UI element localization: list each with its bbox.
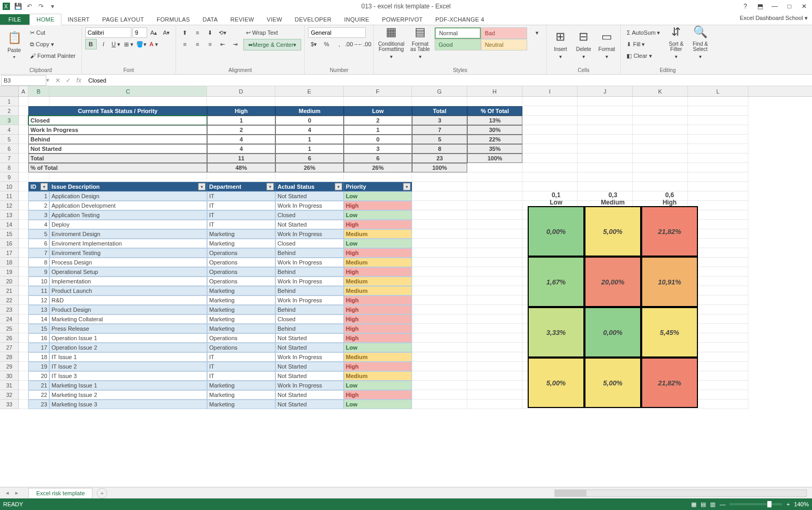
cell[interactable]: ID▾ [28, 182, 49, 191]
cell[interactable] [633, 97, 688, 106]
cell[interactable]: Low [344, 106, 412, 116]
cell[interactable] [412, 343, 467, 352]
zoom-in-icon[interactable]: + [786, 501, 789, 507]
cell[interactable]: IT Issue 3 [49, 371, 207, 381]
percent-button[interactable]: % [321, 39, 332, 49]
underline-button[interactable]: U ▾ [110, 39, 122, 49]
cell[interactable] [633, 135, 688, 144]
cell[interactable]: 7 [412, 125, 467, 135]
cancel-formula-icon[interactable]: ✕ [53, 75, 63, 86]
font-size-input[interactable] [132, 27, 147, 38]
col-header-G[interactable]: G [412, 86, 467, 96]
cell[interactable] [467, 371, 522, 381]
cell[interactable]: IT [207, 191, 275, 201]
cell[interactable]: Not Started [275, 220, 344, 229]
cell[interactable] [633, 172, 688, 182]
find-select-button[interactable]: 🔍Find & Select▾ [689, 27, 711, 60]
cell[interactable] [522, 144, 578, 154]
cell[interactable] [19, 277, 28, 286]
cell[interactable] [467, 390, 522, 400]
tab-view[interactable]: VIEW [261, 14, 289, 25]
cell[interactable] [412, 352, 467, 362]
cell[interactable]: Closed [28, 116, 207, 125]
cell[interactable]: 100% [467, 154, 522, 163]
cell[interactable]: IT [207, 220, 275, 229]
cell[interactable] [412, 229, 467, 239]
col-header-L[interactable]: L [688, 86, 748, 96]
cell[interactable]: 6 [344, 154, 412, 163]
worksheet-grid[interactable]: ABCDEFGHIJKL 123456789101112131415161718… [0, 86, 812, 465]
cell[interactable]: Medium [344, 229, 412, 239]
indent-dec-button[interactable]: ⇤ [217, 39, 229, 49]
fill-color-button[interactable]: 🪣▾ [136, 39, 147, 49]
filter-dropdown-icon[interactable]: ▾ [198, 183, 205, 190]
align-middle-button[interactable]: ≡ [192, 27, 203, 38]
cell[interactable] [467, 258, 522, 267]
cell[interactable]: Priority▾ [344, 182, 412, 191]
number-format-input[interactable] [308, 27, 366, 38]
cell[interactable]: 2 [28, 201, 49, 210]
horizontal-scrollbar[interactable] [107, 489, 812, 497]
cell[interactable]: Medium [344, 258, 412, 267]
indent-inc-button[interactable]: ⇥ [230, 39, 241, 49]
cell[interactable] [412, 182, 467, 191]
decrease-font-button[interactable]: A▾ [161, 27, 172, 38]
cell[interactable]: High [344, 295, 412, 305]
cell[interactable] [467, 286, 522, 295]
styles-more-button[interactable]: ▾ [531, 27, 543, 38]
cell[interactable] [19, 135, 28, 144]
cell[interactable]: 12 [28, 295, 49, 305]
tab-powerpivot[interactable]: POWERPIVOT [376, 14, 429, 25]
cell[interactable] [19, 220, 28, 229]
cell[interactable]: Department▾ [207, 182, 275, 191]
cell[interactable] [633, 125, 688, 135]
minimize-icon[interactable]: — [769, 2, 780, 11]
cell[interactable]: 26% [275, 163, 344, 172]
cell[interactable] [19, 210, 28, 220]
cell[interactable]: 1 [207, 116, 275, 125]
cell[interactable] [19, 324, 28, 333]
cell[interactable] [19, 191, 28, 201]
row-header[interactable]: 26 [0, 333, 19, 343]
style-normal[interactable]: Normal [435, 27, 481, 39]
cell[interactable]: 3 [412, 116, 467, 125]
name-box[interactable]: B3 [1, 75, 46, 86]
row-header[interactable]: 22 [0, 295, 19, 305]
cell[interactable]: Not Started [28, 144, 207, 154]
cell[interactable] [467, 201, 522, 210]
row-header[interactable]: 2 [0, 106, 19, 116]
cell[interactable] [19, 229, 28, 239]
cell[interactable]: Enviroment Implementation [49, 239, 207, 248]
help-icon[interactable]: ? [739, 2, 751, 11]
cell[interactable] [467, 381, 522, 390]
style-neutral[interactable]: Neutral [481, 39, 527, 50]
zoom-out-icon[interactable]: — [720, 501, 725, 507]
cell[interactable]: IT [207, 201, 275, 210]
filter-dropdown-icon[interactable]: ▾ [335, 183, 342, 190]
row-header[interactable]: 6 [0, 144, 19, 154]
row-header[interactable]: 5 [0, 135, 19, 144]
cell[interactable]: 15 [28, 324, 49, 333]
cell[interactable]: Press Release [49, 324, 207, 333]
cell[interactable]: IT [207, 371, 275, 381]
cell[interactable] [19, 371, 28, 381]
cell[interactable]: Medium [344, 286, 412, 295]
sort-filter-button[interactable]: ⇵Sort & Filter▾ [665, 27, 687, 60]
cell[interactable]: 2 [207, 125, 275, 135]
cell[interactable] [412, 314, 467, 324]
cell[interactable]: Marketing [207, 400, 275, 409]
cell[interactable]: Application Testing [49, 210, 207, 220]
cell[interactable]: 11 [207, 154, 275, 163]
tab-file[interactable]: FILE [0, 14, 29, 25]
cell[interactable] [28, 97, 49, 106]
row-header[interactable]: 33 [0, 400, 19, 409]
cell[interactable] [412, 210, 467, 220]
cell[interactable]: High [344, 201, 412, 210]
zoom-slider[interactable] [729, 503, 782, 505]
cell[interactable]: Work In Progress [28, 125, 207, 135]
cell[interactable] [467, 163, 522, 172]
cell[interactable]: High [344, 324, 412, 333]
cell[interactable] [412, 362, 467, 371]
row-header[interactable]: 17 [0, 248, 19, 258]
account-label[interactable]: Excel Dashboard School ▾ [739, 15, 808, 22]
